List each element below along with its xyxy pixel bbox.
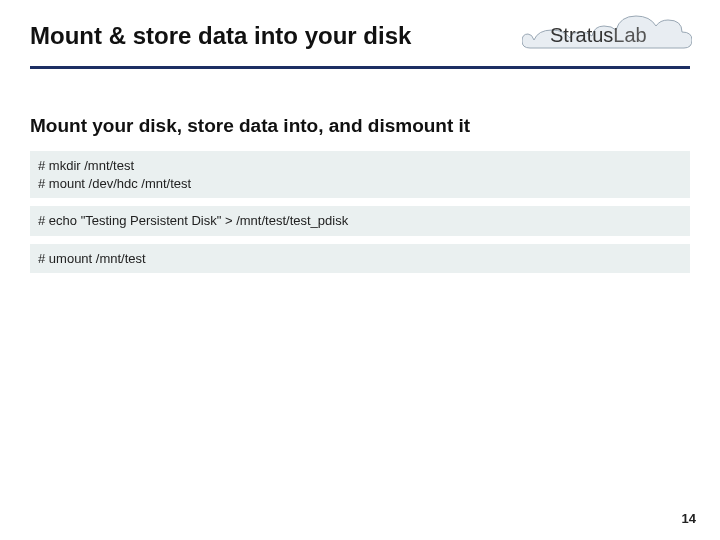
slide-header: Mount & store data into your disk Stratu… [0,0,720,58]
logo-text-main: Stratus [550,24,613,46]
logo-text-sub: Lab [613,24,646,46]
code-block-2: # echo "Testing Persistent Disk" > /mnt/… [30,206,690,236]
code-block-1: # mkdir /mnt/test # mount /dev/hdc /mnt/… [30,151,690,198]
stratuslab-logo: StratusLab [522,14,692,60]
header-rule [30,66,690,69]
page-number: 14 [682,511,696,526]
svg-text:StratusLab: StratusLab [550,24,647,46]
code-block-3: # umount /mnt/test [30,244,690,274]
section-subtitle: Mount your disk, store data into, and di… [30,115,690,137]
